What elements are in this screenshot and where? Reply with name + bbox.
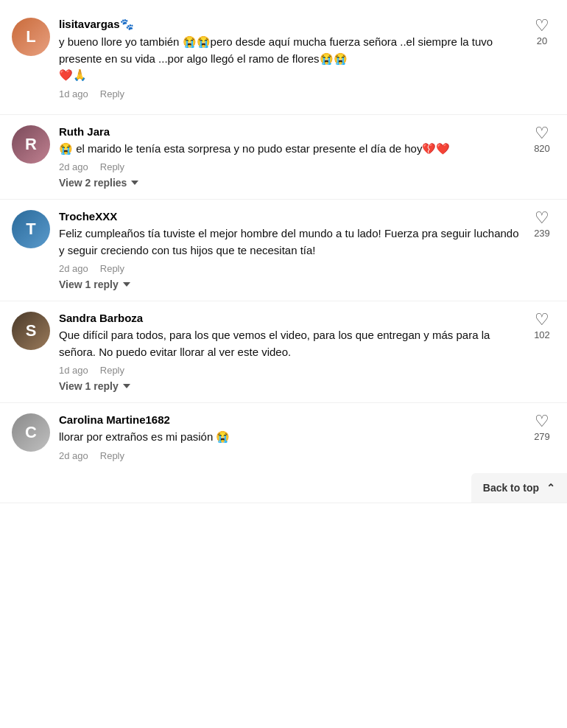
comment-username: TrocheXXX [59,210,521,223]
like-icon[interactable]: ♡ [535,18,549,34]
avatar: L [12,18,50,56]
comment-content: TrocheXXXFeliz cumpleaños tía tuviste el… [59,210,521,290]
reply-button[interactable]: Reply [100,88,124,99]
like-count: 279 [534,431,550,442]
reply-button[interactable]: Reply [100,161,124,172]
view-replies-label: View 1 reply [59,380,119,392]
like-section: ♡102 [529,312,555,340]
comment-item: CCarolina Martine1682llorar por extraños… [0,403,567,503]
view-replies-button[interactable]: View 2 replies [59,177,521,189]
comment-meta: 2d agoReply [59,263,521,274]
comment-content: Ruth Jara😭 el marido le tenía esta sorpr… [59,125,521,189]
comment-item: RRuth Jara😭 el marido le tenía esta sorp… [0,115,567,200]
reply-button[interactable]: Reply [100,450,124,461]
like-icon[interactable]: ♡ [535,125,549,141]
back-to-top-label: Back to top [483,482,539,494]
chevron-down-icon [123,282,130,287]
like-section: ♡20 [529,18,555,46]
comment-time: 2d ago [59,161,88,172]
view-replies-button[interactable]: View 1 reply [59,380,521,392]
comment-text: Que difícil para todos, para los que vem… [59,327,521,360]
comment-item: SSandra BarbozaQue difícil para todos, p… [0,301,567,403]
comment-meta: 2d agoReply [59,161,521,172]
comment-time: 2d ago [59,450,88,461]
like-count: 239 [534,228,550,239]
back-to-top-chevron-icon: ⌃ [546,482,555,494]
comment-content: lisitavargas🐾y bueno llore yo también 😭😭… [59,18,521,104]
comment-text: y bueno llore yo también 😭😭pero desde aq… [59,34,521,84]
like-icon[interactable]: ♡ [535,413,549,430]
like-count: 20 [537,35,547,46]
comment-time: 2d ago [59,263,88,274]
comment-username: lisitavargas🐾 [59,18,521,31]
view-replies-button[interactable]: View 1 reply [59,279,521,290]
comment-username: Sandra Barboza [59,312,521,324]
avatar: T [12,210,50,248]
reply-button[interactable]: Reply [100,263,124,274]
like-icon[interactable]: ♡ [535,312,549,328]
comment-meta: 1d agoReply [59,365,521,376]
comment-time: 1d ago [59,88,88,99]
comment-username: Carolina Martine1682 [59,413,521,426]
like-icon[interactable]: ♡ [535,210,549,226]
comment-text: 😭 el marido le tenía esta sorpresa y no … [59,141,521,158]
chevron-down-icon [123,384,130,388]
comment-meta: 2d agoReply [59,450,521,461]
reply-button[interactable]: Reply [100,365,124,376]
view-replies-label: View 1 reply [59,279,119,290]
view-replies-label: View 2 replies [59,177,127,189]
comment-text: llorar por extraños es mi pasión 😭 [59,429,521,446]
like-section: ♡239 [529,210,555,239]
like-count: 820 [534,143,550,154]
avatar: C [12,413,50,452]
comment-item: Llisitavargas🐾y bueno llore yo también 😭… [0,7,567,115]
comment-item: TTrocheXXXFeliz cumpleaños tía tuviste e… [0,200,567,301]
comments-list: Llisitavargas🐾y bueno llore yo también 😭… [0,0,567,511]
comment-username: Ruth Jara [59,125,521,138]
comment-content: Carolina Martine1682llorar por extraños … [59,413,521,466]
back-to-top-button[interactable]: Back to top⌃ [471,473,567,503]
avatar: R [12,125,50,164]
chevron-down-icon [131,181,138,185]
comment-text: Feliz cumpleaños tía tuviste el mejor ho… [59,225,521,259]
avatar: S [12,312,50,350]
like-section: ♡820 [529,125,555,154]
comment-meta: 1d agoReply [59,88,521,99]
like-section: ♡279 [529,413,555,442]
comment-content: Sandra BarbozaQue difícil para todos, pa… [59,312,521,392]
like-count: 102 [534,329,550,340]
comment-time: 1d ago [59,365,88,376]
